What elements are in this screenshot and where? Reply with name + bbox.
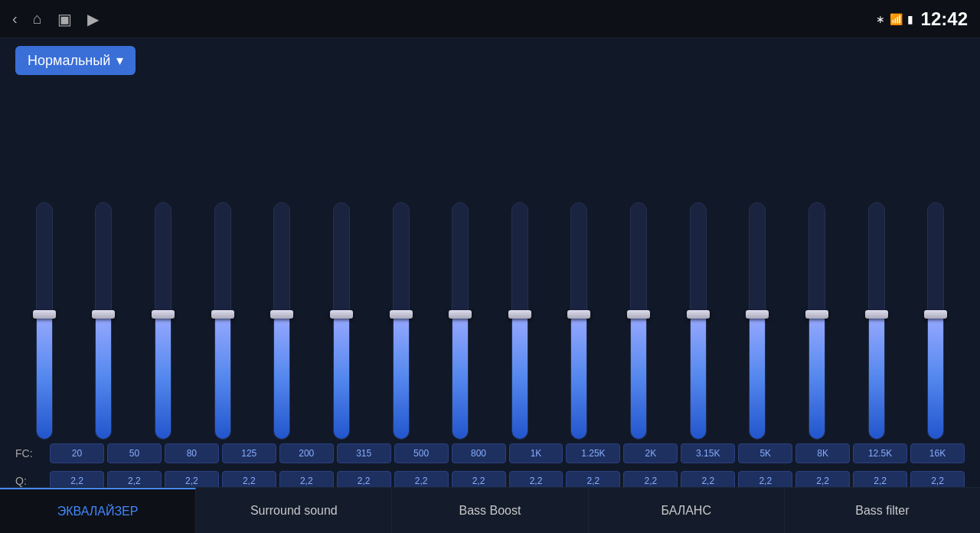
tab-bassfilter[interactable]: Bass filter bbox=[785, 488, 980, 533]
eq-slider-11[interactable] bbox=[669, 202, 727, 440]
fc-values: 2050801252003155008001K1.25K2K3.15K5K8K1… bbox=[50, 443, 965, 463]
slider-thumb-1[interactable] bbox=[92, 310, 115, 319]
slider-thumb-4[interactable] bbox=[270, 310, 293, 319]
play-icon[interactable]: ▶ bbox=[87, 10, 99, 28]
slider-thumb-14[interactable] bbox=[865, 310, 888, 319]
fc-btn-5[interactable]: 315 bbox=[337, 443, 391, 463]
fc-label: FC: bbox=[15, 447, 50, 459]
eq-slider-14[interactable] bbox=[848, 202, 906, 440]
status-icons: ∗ 📶 ▮ bbox=[876, 13, 913, 25]
slider-thumb-12[interactable] bbox=[746, 310, 769, 319]
eq-slider-5[interactable] bbox=[312, 202, 371, 440]
eq-slider-12[interactable] bbox=[729, 202, 787, 440]
slider-thumb-3[interactable] bbox=[211, 310, 234, 319]
tab-equalizer[interactable]: ЭКВАЛАЙЗЕР bbox=[0, 488, 196, 533]
eq-slider-0[interactable] bbox=[15, 202, 74, 440]
fc-btn-3[interactable]: 125 bbox=[222, 443, 276, 463]
eq-slider-15[interactable] bbox=[906, 202, 965, 440]
preset-button[interactable]: Нормальный ▾ bbox=[15, 46, 136, 75]
status-right: ∗ 📶 ▮ 12:42 bbox=[876, 8, 968, 30]
fc-btn-1[interactable]: 50 bbox=[107, 443, 162, 463]
slider-thumb-10[interactable] bbox=[627, 310, 650, 319]
bluetooth-icon: ∗ bbox=[876, 13, 885, 25]
status-bar: ‹ ⌂ ▣ ▶ ∗ 📶 ▮ 12:42 bbox=[0, 0, 980, 38]
bottom-tabs: ЭКВАЛАЙЗЕРSurround soundBass BoostБАЛАНС… bbox=[0, 487, 980, 533]
slider-thumb-0[interactable] bbox=[33, 310, 56, 319]
back-icon[interactable]: ‹ bbox=[12, 10, 18, 28]
fc-row: FC: 2050801252003155008001K1.25K2K3.15K5… bbox=[15, 440, 965, 467]
fc-btn-14[interactable]: 12.5K bbox=[853, 443, 907, 463]
slider-thumb-9[interactable] bbox=[567, 310, 590, 319]
slider-thumb-11[interactable] bbox=[687, 310, 710, 319]
fc-btn-8[interactable]: 1K bbox=[509, 443, 564, 463]
clock: 12:42 bbox=[921, 8, 968, 30]
q-label: Q: bbox=[15, 475, 50, 487]
slider-thumb-5[interactable] bbox=[330, 310, 353, 319]
fc-btn-0[interactable]: 20 bbox=[50, 443, 104, 463]
eq-slider-4[interactable] bbox=[253, 202, 312, 440]
fc-btn-6[interactable]: 500 bbox=[394, 443, 449, 463]
battery-icon: ▮ bbox=[907, 13, 913, 25]
eq-slider-7[interactable] bbox=[431, 202, 489, 440]
fc-btn-7[interactable]: 800 bbox=[452, 443, 506, 463]
home-icon[interactable]: ⌂ bbox=[33, 10, 42, 28]
fc-btn-10[interactable]: 2K bbox=[623, 443, 678, 463]
fc-btn-9[interactable]: 1.25K bbox=[566, 443, 620, 463]
eq-slider-6[interactable] bbox=[372, 202, 430, 440]
eq-slider-10[interactable] bbox=[609, 202, 668, 440]
slider-thumb-8[interactable] bbox=[508, 310, 531, 319]
eq-sliders-area bbox=[15, 83, 965, 440]
nav-icons: ‹ ⌂ ▣ ▶ bbox=[12, 10, 99, 28]
main-content: Нормальный ▾ FC: 2050801252003155008001K… bbox=[0, 38, 980, 495]
fc-btn-12[interactable]: 5K bbox=[738, 443, 792, 463]
slider-thumb-6[interactable] bbox=[390, 310, 413, 319]
slider-thumb-13[interactable] bbox=[805, 310, 828, 319]
eq-slider-2[interactable] bbox=[134, 202, 192, 440]
preset-dropdown-icon: ▾ bbox=[116, 52, 123, 69]
tab-balance[interactable]: БАЛАНС bbox=[589, 488, 785, 533]
wifi-icon: 📶 bbox=[890, 13, 903, 25]
fc-btn-13[interactable]: 8K bbox=[795, 443, 850, 463]
eq-slider-8[interactable] bbox=[491, 202, 549, 440]
slider-thumb-2[interactable] bbox=[152, 310, 175, 319]
preset-label: Нормальный bbox=[28, 53, 110, 69]
eq-slider-3[interactable] bbox=[194, 202, 252, 440]
fc-btn-15[interactable]: 16K bbox=[910, 443, 965, 463]
eq-slider-1[interactable] bbox=[75, 202, 133, 440]
slider-thumb-15[interactable] bbox=[924, 310, 947, 319]
eq-slider-13[interactable] bbox=[788, 202, 846, 440]
slider-thumb-7[interactable] bbox=[449, 310, 472, 319]
fc-btn-2[interactable]: 80 bbox=[165, 443, 219, 463]
tab-surround[interactable]: Surround sound bbox=[196, 488, 392, 533]
fc-btn-11[interactable]: 3.15K bbox=[681, 443, 735, 463]
window-icon[interactable]: ▣ bbox=[57, 10, 72, 28]
tab-bassboost[interactable]: Bass Boost bbox=[392, 488, 588, 533]
fc-btn-4[interactable]: 200 bbox=[279, 443, 334, 463]
eq-slider-9[interactable] bbox=[550, 202, 609, 440]
